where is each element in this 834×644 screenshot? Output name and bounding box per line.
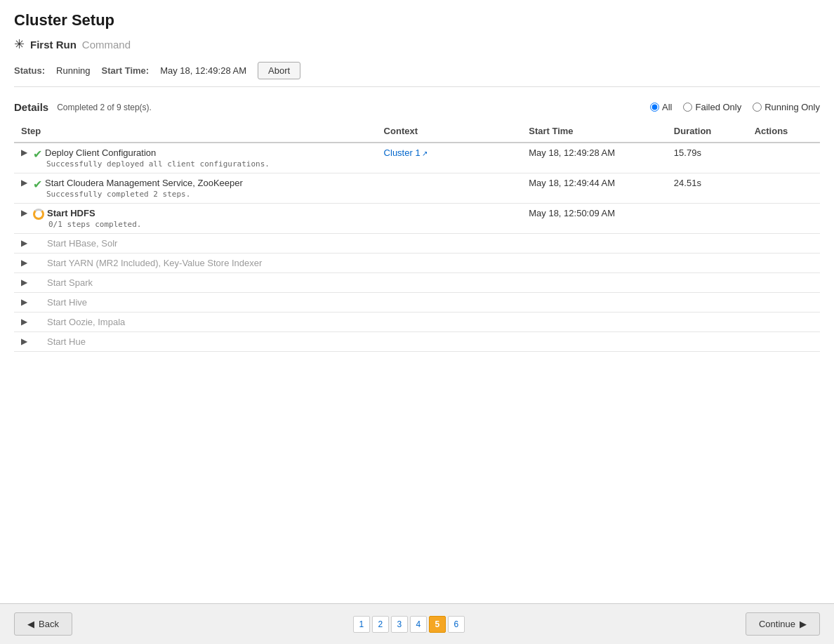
filter-running-radio[interactable]: [753, 103, 762, 112]
status-value: Running: [56, 65, 90, 76]
table-row: ▶Start Hue: [14, 332, 820, 352]
col-header-context: Context: [377, 120, 522, 143]
step-sub-text: Successfully deployed all client configu…: [45, 159, 270, 169]
step-cell: ▶Start Hive: [14, 293, 377, 313]
table-row: ▶Start Oozie, Impala: [14, 313, 820, 332]
filter-failed[interactable]: Failed Only: [683, 102, 741, 112]
col-header-starttime: Start Time: [522, 120, 667, 143]
context-cell: [377, 173, 522, 204]
actions-cell: [748, 234, 820, 254]
footer: ◀ Back 123456 Continue ▶: [0, 603, 834, 644]
subtitle-row: ✳ First Run Command: [14, 37, 820, 52]
main-content: Cluster Setup ✳ First Run Command Status…: [0, 0, 834, 603]
actions-cell: [748, 254, 820, 273]
step-name: Deploy Client Configuration: [45, 147, 270, 158]
actions-cell: [748, 143, 820, 173]
duration-cell: [667, 254, 748, 273]
filter-failed-radio[interactable]: [683, 103, 692, 112]
step-name: Start Hue: [47, 336, 86, 347]
page-button-5[interactable]: 5: [429, 616, 446, 633]
filter-group: All Failed Only Running Only: [650, 102, 820, 112]
step-cell: ▶Start HDFS0/1 steps completed.: [14, 204, 377, 234]
expand-button[interactable]: ▶: [21, 317, 27, 327]
context-cell: [377, 332, 522, 352]
step-sub-text: Successfully completed 2 steps.: [45, 190, 243, 199]
expand-button[interactable]: ▶: [21, 297, 27, 307]
page-button-1[interactable]: 1: [353, 616, 370, 633]
step-cell: ▶Start YARN (MR2 Included), Key-Value St…: [14, 254, 377, 273]
first-run-icon: ✳: [14, 37, 25, 52]
step-sub-text: 0/1 steps completed.: [47, 220, 141, 229]
step-name: Start HBase, Solr: [47, 238, 117, 249]
step-name: Start HDFS: [47, 208, 141, 218]
back-arrow-icon: ◀: [27, 619, 34, 629]
running-icon: [33, 209, 44, 220]
continue-arrow-icon: ▶: [800, 619, 807, 629]
context-cell: [377, 293, 522, 313]
pagination: 123456: [353, 616, 465, 633]
table-row: ▶Start HBase, Solr: [14, 234, 820, 254]
table-header: Step Context Start Time Duration Actions: [14, 120, 820, 143]
table-row: ▶✔Start Cloudera Management Service, Zoo…: [14, 173, 820, 204]
duration-cell: [667, 313, 748, 332]
step-name: Start Hive: [47, 297, 87, 308]
start-time-cell: May 18, 12:49:44 AM: [522, 173, 667, 204]
step-name: Start Spark: [47, 277, 93, 288]
context-cell: [377, 204, 522, 234]
expand-button[interactable]: ▶: [21, 147, 27, 157]
duration-cell: [667, 332, 748, 352]
step-cell: ▶✔Deploy Client ConfigurationSuccessfull…: [14, 143, 377, 173]
page-button-2[interactable]: 2: [372, 616, 389, 633]
table-row: ▶Start HDFS0/1 steps completed.May 18, 1…: [14, 204, 820, 234]
filter-running[interactable]: Running Only: [753, 102, 820, 112]
abort-button[interactable]: Abort: [258, 62, 300, 79]
col-header-step: Step: [14, 120, 377, 143]
actions-cell: [748, 293, 820, 313]
actions-cell: [748, 204, 820, 234]
cluster-link[interactable]: Cluster 1↗: [384, 147, 428, 158]
step-cell: ▶Start Spark: [14, 273, 377, 293]
start-time-cell: May 18, 12:49:28 AM: [522, 143, 667, 173]
step-cell: ▶Start Oozie, Impala: [14, 313, 377, 332]
start-time-cell: [522, 293, 667, 313]
start-time-cell: [522, 254, 667, 273]
page-button-6[interactable]: 6: [448, 616, 465, 633]
duration-cell: 15.79s: [667, 143, 748, 173]
command-label: Command: [82, 39, 131, 51]
expand-button[interactable]: ▶: [21, 336, 27, 346]
table-body: ▶✔Deploy Client ConfigurationSuccessfull…: [14, 143, 820, 352]
expand-button[interactable]: ▶: [21, 238, 27, 248]
step-cell: ▶✔Start Cloudera Management Service, Zoo…: [14, 173, 377, 204]
filter-all-label: All: [662, 102, 672, 112]
expand-button[interactable]: ▶: [21, 208, 27, 218]
steps-completed-text: Completed 2 of 9 step(s).: [57, 103, 152, 112]
page-button-4[interactable]: 4: [410, 616, 427, 633]
expand-button[interactable]: ▶: [21, 258, 27, 268]
expand-button[interactable]: ▶: [21, 178, 27, 188]
start-time-cell: [522, 313, 667, 332]
filter-failed-label: Failed Only: [695, 102, 741, 112]
actions-cell: [748, 313, 820, 332]
page-title: Cluster Setup: [14, 11, 820, 29]
filter-all[interactable]: All: [650, 102, 672, 112]
continue-button[interactable]: Continue ▶: [746, 612, 820, 636]
steps-table: Step Context Start Time Duration Actions…: [14, 120, 820, 352]
back-button[interactable]: ◀ Back: [14, 612, 72, 636]
first-run-label: First Run: [30, 39, 77, 51]
continue-label: Continue: [759, 619, 795, 629]
filter-all-radio[interactable]: [650, 103, 659, 112]
page-button-3[interactable]: 3: [391, 616, 408, 633]
context-cell: [377, 234, 522, 254]
duration-cell: [667, 234, 748, 254]
status-label: Status:: [14, 65, 45, 76]
start-time-cell: [522, 273, 667, 293]
actions-cell: [748, 173, 820, 204]
context-cell[interactable]: Cluster 1↗: [377, 143, 522, 173]
expand-button[interactable]: ▶: [21, 277, 27, 287]
table-row: ▶Start Spark: [14, 273, 820, 293]
page-wrapper: Cluster Setup ✳ First Run Command Status…: [0, 0, 834, 644]
duration-cell: 24.51s: [667, 173, 748, 204]
duration-cell: [667, 293, 748, 313]
step-cell: ▶Start Hue: [14, 332, 377, 352]
actions-cell: [748, 332, 820, 352]
